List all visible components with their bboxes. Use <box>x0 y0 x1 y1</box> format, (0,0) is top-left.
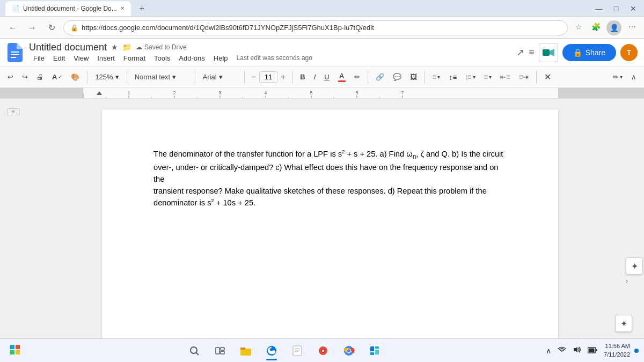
bulleted-list-button[interactable]: ≡ ▾ <box>481 69 495 85</box>
start-button[interactable] <box>5 341 25 360</box>
edit-mode-button[interactable]: ✏ ▾ <box>610 69 626 85</box>
url-input[interactable]: 🔒 https://docs.google.com/document/d/1Qd… <box>63 20 568 35</box>
outline-panel-button[interactable]: ≡ <box>7 108 20 115</box>
minimize-button[interactable]: — <box>594 4 604 13</box>
style-dropdown[interactable]: Normal text ▾ <box>131 69 191 85</box>
menu-file[interactable]: File <box>29 53 49 63</box>
docs-view-icon[interactable]: ≡ <box>529 47 535 58</box>
battery-icon[interactable] <box>586 344 599 357</box>
new-tab-button[interactable]: + <box>135 2 149 16</box>
bookmark-icon[interactable]: ☆ <box>572 20 585 33</box>
voice-icon[interactable]: ↗ <box>516 47 524 58</box>
menu-bar: File Edit View Insert Format Tools Add-o… <box>29 53 232 63</box>
doc-title-row: Untitled document ★ 📁 ☁ Saved to Drive <box>29 42 511 53</box>
taskbar-chrome[interactable] <box>337 340 361 361</box>
profile-icon[interactable]: 👤 <box>606 20 621 35</box>
collapse-toolbar-button[interactable]: ∧ <box>628 69 640 85</box>
comment-button[interactable]: 💬 <box>390 69 405 85</box>
svg-rect-54 <box>370 346 374 351</box>
back-button[interactable]: ← <box>5 20 20 35</box>
spellcheck-button[interactable]: A ✓ <box>49 69 65 85</box>
maximize-button[interactable]: □ <box>611 4 621 13</box>
increase-indent-button[interactable]: ≡⇥ <box>516 69 532 85</box>
menu-edit[interactable]: Edit <box>49 53 69 63</box>
document-area[interactable]: The denominator of the transfer function… <box>27 99 633 338</box>
menu-view[interactable]: View <box>69 53 93 63</box>
forward-icon: → <box>28 23 36 33</box>
forward-button[interactable]: → <box>25 20 40 35</box>
font-size-input[interactable]: 11 <box>259 71 277 83</box>
decrease-indent-button[interactable]: ⇤≡ <box>497 69 514 85</box>
line1-rest: + s + 25. a) Find ω <box>345 150 412 158</box>
browser-tab[interactable]: 📄 Untitled document - Google Do... ✕ <box>5 1 131 16</box>
system-clock[interactable]: 11:56 AM 7/11/2022 <box>604 342 630 359</box>
notification-indicator[interactable] <box>634 349 639 353</box>
svg-rect-56 <box>375 350 379 354</box>
svg-rect-32 <box>16 345 20 349</box>
extensions-icon[interactable]: 🧩 <box>589 20 602 33</box>
taskbar-edge[interactable] <box>260 340 283 361</box>
folder-icon[interactable]: 📁 <box>122 43 131 51</box>
clear-format-button[interactable]: ✕ <box>541 69 554 85</box>
highlight-icon: ✏ <box>354 73 360 81</box>
text-color-button[interactable]: A <box>335 69 349 85</box>
taskbar-music[interactable] <box>311 340 335 361</box>
more-options-icon[interactable]: ⋯ <box>626 20 639 33</box>
tab-close-button[interactable]: ✕ <box>120 5 125 11</box>
image-button[interactable]: 🖼 <box>407 69 420 85</box>
share-button[interactable]: 🔒 Share <box>562 44 616 61</box>
tab-icon: 📄 <box>12 5 20 12</box>
align-left-button[interactable]: ≡ ▾ <box>429 69 444 85</box>
file-explorer-icon <box>240 346 252 356</box>
star-icon[interactable]: ★ <box>111 43 118 51</box>
left-panel: ≡ <box>0 99 27 338</box>
underline-button[interactable]: U <box>321 69 332 85</box>
sound-icon[interactable] <box>570 344 583 357</box>
link-button[interactable]: 🔗 <box>372 69 387 85</box>
svg-rect-3 <box>543 49 550 56</box>
undo-button[interactable]: ↩ <box>4 69 17 85</box>
wifi-icon[interactable] <box>555 344 568 357</box>
taskbar-notepad[interactable] <box>286 340 309 361</box>
menu-insert[interactable]: Insert <box>93 53 119 63</box>
saved-text-label: Saved to Drive <box>144 43 187 51</box>
decrease-indent-icon: ⇤≡ <box>500 73 510 81</box>
bold-button[interactable]: B <box>297 69 308 85</box>
italic-button[interactable]: I <box>311 69 319 85</box>
zoom-dropdown[interactable]: 125% ▾ <box>92 69 122 85</box>
ruler-svg: 1 2 3 4 5 6 7 <box>0 88 644 99</box>
taskbar-task-view[interactable] <box>208 340 232 361</box>
font-size-decrease-button[interactable]: − <box>249 72 258 82</box>
scroll-down-button[interactable]: ✦ <box>615 315 632 332</box>
print-icon: 🖨 <box>36 73 43 81</box>
explore-button[interactable]: ✦ <box>626 257 643 275</box>
refresh-button[interactable]: ↻ <box>44 20 59 35</box>
svg-rect-43 <box>293 346 302 356</box>
svg-rect-5 <box>0 88 83 99</box>
line-spacing-button[interactable]: ↕≡ <box>445 69 460 85</box>
taskbar-search[interactable] <box>182 340 206 361</box>
close-button[interactable]: ✕ <box>628 4 639 13</box>
highlight-button[interactable]: ✏ <box>351 69 363 85</box>
print-button[interactable]: 🖨 <box>33 69 47 85</box>
menu-help[interactable]: Help <box>209 53 232 63</box>
taskbar-widget[interactable] <box>363 340 386 361</box>
svg-rect-7 <box>83 88 558 99</box>
cloud-icon: ☁ <box>136 43 142 51</box>
collapse-panel-button[interactable]: › <box>626 277 643 285</box>
scroll-buttons: ✦ › <box>626 257 643 285</box>
font-dropdown[interactable]: Arial ▾ <box>200 69 240 85</box>
menu-tools[interactable]: Tools <box>150 53 174 63</box>
taskbar-file-explorer[interactable] <box>234 340 258 361</box>
numbered-list-button[interactable]: :≡ ▾ <box>463 69 479 85</box>
paint-format-button[interactable]: 🎨 <box>68 69 83 85</box>
document-title[interactable]: Untitled document <box>29 42 107 53</box>
menu-format[interactable]: Format <box>119 53 150 63</box>
comment-icon: 💬 <box>393 73 401 81</box>
font-size-increase-button[interactable]: + <box>279 72 288 82</box>
google-meet-button[interactable] <box>539 43 558 62</box>
user-avatar[interactable]: T <box>620 44 638 61</box>
menu-addons[interactable]: Add-ons <box>174 53 209 63</box>
caret-up-icon[interactable]: ∧ <box>544 344 553 357</box>
redo-button[interactable]: ↪ <box>19 69 31 85</box>
